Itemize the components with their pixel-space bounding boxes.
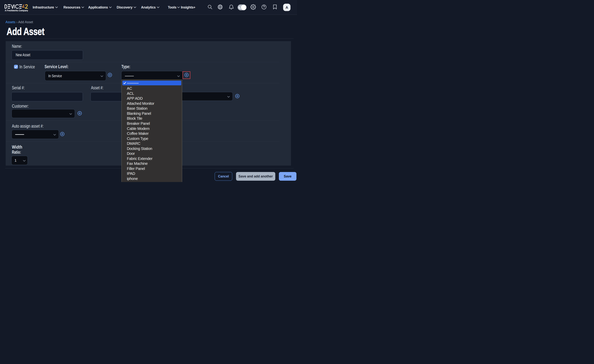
svg-text:A Freshworks Company: A Freshworks Company	[5, 9, 28, 12]
